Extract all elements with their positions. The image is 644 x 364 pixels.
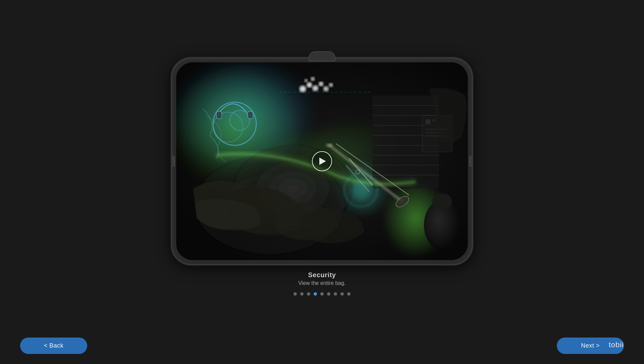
luggage-lock-left [171, 156, 175, 167]
svg-point-42 [432, 193, 452, 210]
svg-point-45 [351, 180, 371, 200]
svg-rect-18 [426, 119, 430, 124]
luggage-handle [309, 51, 335, 61]
dot-9[interactable] [347, 292, 351, 296]
svg-point-29 [307, 82, 312, 87]
luggage-outer [171, 57, 473, 265]
nav-buttons: < Back Next > [0, 338, 644, 354]
svg-point-28 [300, 85, 306, 92]
play-icon [319, 158, 326, 165]
dot-1[interactable] [293, 292, 297, 296]
luggage-wrapper [171, 57, 473, 265]
svg-point-30 [312, 85, 318, 91]
play-button[interactable] [312, 151, 332, 171]
svg-point-35 [311, 77, 315, 81]
svg-point-32 [323, 86, 329, 92]
dot-8[interactable] [340, 292, 344, 296]
svg-point-31 [319, 81, 323, 86]
svg-rect-27 [248, 111, 253, 119]
dot-2[interactable] [300, 292, 304, 296]
svg-point-40 [356, 170, 360, 174]
tobii-logo: tobii [609, 341, 624, 349]
dot-3[interactable] [307, 292, 310, 296]
main-content: Security View the entire bag. [0, 0, 644, 364]
xray-screen [176, 62, 468, 260]
section-subtitle: View the entire bag. [298, 280, 345, 286]
dot-4[interactable] [314, 292, 317, 296]
svg-point-39 [326, 143, 333, 147]
back-button[interactable]: < Back [20, 338, 87, 354]
title-area: Security View the entire bag. [298, 271, 345, 286]
dot-6[interactable] [327, 292, 330, 296]
luggage-lock-right [469, 156, 473, 167]
section-title: Security [298, 271, 345, 279]
bottom-section: Security View the entire bag. [0, 265, 644, 314]
pagination-dots [293, 292, 351, 296]
svg-point-34 [305, 79, 308, 82]
svg-rect-26 [216, 111, 222, 119]
svg-point-33 [329, 83, 333, 87]
dot-5[interactable] [320, 292, 324, 296]
dot-7[interactable] [334, 292, 337, 296]
